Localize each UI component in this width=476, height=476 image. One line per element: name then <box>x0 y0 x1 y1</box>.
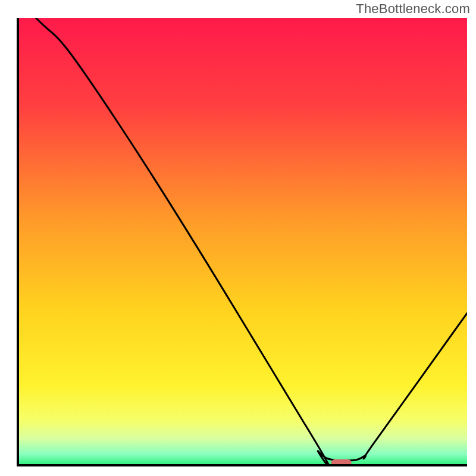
watermark-text: TheBottleneck.com <box>356 1 470 17</box>
plot-area <box>18 7 467 468</box>
chart-container: { "watermark": "TheBottleneck.com", "cha… <box>0 0 476 476</box>
bottleneck-chart <box>0 0 476 476</box>
gradient-background <box>18 18 467 465</box>
